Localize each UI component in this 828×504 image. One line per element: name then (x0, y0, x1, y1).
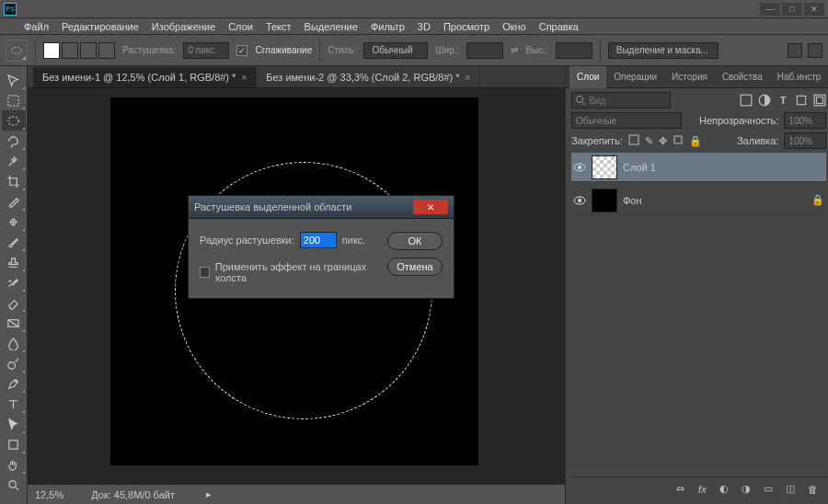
status-chevron-icon[interactable]: ▸ (206, 488, 212, 500)
pen-tool[interactable] (2, 373, 26, 394)
dialog-titlebar[interactable]: Растушевка выделенной области ✕ (189, 196, 454, 218)
menu-view[interactable]: Просмотр (443, 21, 489, 32)
active-tool-indicator[interactable] (6, 40, 28, 62)
visibility-toggle[interactable] (573, 161, 586, 174)
tab-actions[interactable]: Операции (606, 66, 664, 88)
rect-marquee-tool[interactable] (2, 90, 26, 110)
menu-layers[interactable]: Слои (228, 21, 253, 32)
lock-all-icon[interactable]: 🔒 (689, 135, 702, 147)
fill-input[interactable]: 100% (784, 132, 826, 149)
zoom-tool[interactable] (2, 475, 26, 495)
close-tab-icon[interactable]: × (241, 73, 247, 83)
layer-filter-input[interactable] (571, 92, 671, 109)
tab-properties[interactable]: Свойства (715, 66, 770, 88)
select-and-mask-button[interactable]: Выделение и маска... (608, 42, 719, 59)
crop-tool[interactable] (2, 171, 26, 191)
options-collapse-icon[interactable] (808, 43, 822, 58)
new-layer-icon[interactable]: ◫ (784, 483, 797, 496)
antialias-checkbox[interactable]: ✓ (236, 45, 247, 56)
history-brush-tool[interactable] (2, 272, 26, 292)
fx-icon[interactable]: fx (696, 483, 708, 496)
ellipse-marquee-tool[interactable] (2, 110, 26, 131)
height-input[interactable] (556, 42, 592, 59)
shape-tool[interactable] (2, 434, 26, 454)
selection-subtract[interactable] (80, 42, 97, 59)
maximize-button[interactable]: □ (782, 3, 802, 16)
document-tab[interactable]: Без имени-2 @ 33,3% (Слой 2, RGB/8#) * × (257, 67, 480, 87)
lock-position-icon[interactable]: ✥ (659, 135, 667, 147)
ok-button[interactable]: ОК (387, 232, 443, 250)
style-dropdown[interactable]: Обычный (363, 42, 428, 59)
filter-shape-icon[interactable] (795, 94, 808, 107)
selection-intersect[interactable] (98, 42, 115, 59)
mask-icon[interactable]: ◐ (718, 483, 730, 496)
selection-add[interactable] (62, 42, 78, 59)
gradient-tool[interactable] (2, 313, 26, 333)
menu-select[interactable]: Выделение (305, 21, 358, 32)
adjustment-icon[interactable]: ◑ (740, 483, 753, 496)
dodge-tool[interactable] (2, 353, 26, 373)
document-tab-label: Без имени-2 @ 33,3% (Слой 2, RGB/8#) * (266, 72, 459, 83)
layer-row[interactable]: Фон 🔒 (571, 186, 826, 215)
heal-tool[interactable] (2, 212, 26, 232)
move-tool[interactable] (2, 70, 26, 90)
blend-mode-dropdown[interactable]: Обычные (571, 112, 682, 129)
tool-palette (0, 66, 28, 504)
opacity-input[interactable]: 100% (784, 112, 826, 129)
type-tool[interactable] (2, 394, 26, 414)
path-select-tool[interactable] (2, 414, 26, 434)
close-window-button[interactable]: ✕ (804, 3, 824, 16)
apply-edges-checkbox[interactable] (200, 267, 210, 278)
filter-type-icon[interactable]: T (776, 94, 789, 107)
opacity-label: Непрозрачность: (699, 115, 778, 126)
filter-smart-icon[interactable] (813, 94, 826, 107)
tab-history[interactable]: История (664, 66, 715, 88)
blur-tool[interactable] (2, 333, 26, 353)
lock-paint-icon[interactable]: ✎ (645, 135, 653, 147)
eraser-tool[interactable] (2, 292, 26, 313)
unit-label: пикс. (342, 235, 366, 246)
menu-text[interactable]: Текст (266, 21, 292, 32)
lock-icon: 🔒 (811, 194, 824, 206)
delete-layer-icon[interactable]: 🗑 (806, 483, 819, 496)
menu-image[interactable]: Изображение (152, 21, 215, 32)
tab-toolpresets[interactable]: Наб.инстр (770, 66, 828, 88)
hand-tool[interactable] (2, 454, 26, 475)
menu-3d[interactable]: 3D (418, 21, 431, 32)
eyedropper-tool[interactable] (2, 191, 26, 212)
minimize-button[interactable]: — (760, 3, 780, 16)
lock-transparent-icon[interactable] (628, 134, 639, 147)
menu-file[interactable]: Файл (24, 21, 49, 32)
menu-help[interactable]: Справка (539, 21, 579, 32)
visibility-toggle[interactable] (573, 194, 586, 207)
stamp-tool[interactable] (2, 252, 26, 272)
cancel-button[interactable]: Отмена (387, 258, 443, 276)
filter-adjust-icon[interactable] (758, 94, 771, 107)
lock-artboard-icon[interactable] (673, 134, 684, 147)
group-icon[interactable]: ▭ (762, 483, 775, 496)
width-input[interactable] (466, 42, 503, 59)
dialog-close-button[interactable]: ✕ (413, 200, 448, 214)
brush-tool[interactable] (2, 232, 26, 252)
filter-pixel-icon[interactable] (740, 94, 753, 107)
lasso-tool[interactable] (2, 131, 26, 151)
layer-name[interactable]: Слой 1 (623, 162, 656, 173)
menu-window[interactable]: Окно (502, 21, 526, 32)
feather-input[interactable] (183, 42, 229, 59)
layer-row[interactable]: Слой 1 (571, 153, 826, 182)
radius-input[interactable] (300, 232, 337, 248)
svg-point-7 (577, 97, 583, 103)
document-tab[interactable]: Без имени-1 @ 12,5% (Слой 1, RGB/8#) * × (33, 67, 257, 87)
close-tab-icon[interactable]: × (466, 73, 471, 83)
link-layers-icon[interactable]: ⇔ (673, 483, 686, 496)
menu-edit[interactable]: Редактирование (62, 21, 139, 32)
menu-filter[interactable]: Фильтр (371, 21, 405, 32)
swap-wh-icon[interactable]: ⇄ (511, 45, 518, 55)
options-extra-icon[interactable] (788, 43, 802, 58)
selection-new[interactable] (43, 42, 60, 59)
layer-name[interactable]: Фон (623, 195, 642, 206)
menu-bar: Файл Редактирование Изображение Слои Тек… (0, 18, 828, 35)
tab-layers[interactable]: Слои (569, 66, 606, 88)
magic-wand-tool[interactable] (2, 151, 26, 171)
zoom-level[interactable]: 12,5% (35, 489, 63, 500)
